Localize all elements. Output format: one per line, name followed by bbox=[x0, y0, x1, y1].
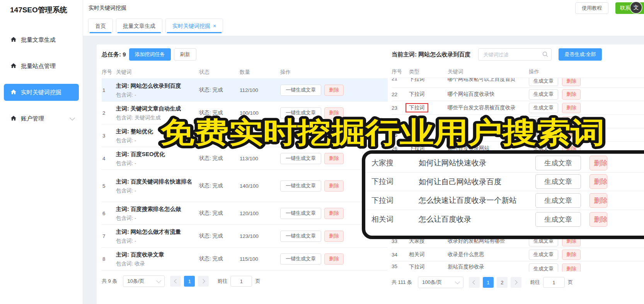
delete-button[interactable]: 删除 bbox=[589, 193, 607, 208]
generate-article-button[interactable]: 生成文章 bbox=[535, 156, 581, 170]
page-unit-label: 页 bbox=[568, 279, 573, 286]
type-label: 下拉词 bbox=[409, 78, 425, 82]
tab-1[interactable]: 批量文章生成 bbox=[116, 19, 162, 33]
prev-page-button[interactable] bbox=[469, 277, 480, 288]
generate-article-button[interactable]: 生成文章 bbox=[529, 250, 558, 260]
delete-button[interactable]: 删除 bbox=[562, 89, 581, 100]
delete-button[interactable]: 删除 bbox=[562, 78, 581, 86]
delete-button[interactable]: 删除 bbox=[589, 156, 607, 170]
delete-button[interactable]: 删除 bbox=[324, 153, 344, 164]
task-row[interactable]: 3主词: 整站优化包含词: -状态: 完成一键生成文章删除 bbox=[102, 124, 388, 147]
generate-article-button[interactable]: 生成文章 bbox=[529, 78, 558, 86]
delete-button[interactable]: 删除 bbox=[589, 174, 607, 189]
row-number: 8 bbox=[102, 256, 116, 262]
magnified-rows-inset: 大家搜如何让网站快速收录生成文章删除下拉词如何让自己网站收录百度生成文章删除下拉… bbox=[362, 150, 644, 239]
close-icon[interactable]: × bbox=[213, 23, 216, 29]
type-label: 下拉词 bbox=[371, 195, 419, 205]
generate-article-button[interactable]: 一键生成文章 bbox=[280, 180, 321, 192]
sidebar-item-3[interactable]: 账户管理 bbox=[4, 110, 79, 127]
keyword-main: 主词: 百度搜索排名怎么做 bbox=[116, 205, 199, 213]
page-size-select[interactable]: 10条/页 bbox=[123, 275, 165, 287]
delete-button[interactable]: 删除 bbox=[562, 130, 581, 140]
generate-article-button[interactable]: 一键生成文章 bbox=[280, 85, 321, 96]
delete-button[interactable]: 删除 bbox=[324, 85, 344, 96]
keyword-cell: 主词: 整站优化包含词: - bbox=[116, 127, 199, 144]
generate-article-button[interactable]: 生成文章 bbox=[529, 103, 558, 113]
generate-article-button[interactable]: 生成文章 bbox=[529, 263, 558, 272]
type-cell: 大家搜 bbox=[409, 131, 448, 138]
sidebar-item-1[interactable]: 批量站点管理 bbox=[4, 58, 79, 75]
prev-page-button[interactable] bbox=[170, 276, 181, 287]
generate-article-button[interactable]: 一键生成文章 bbox=[280, 253, 321, 265]
keyword-filter-input[interactable] bbox=[478, 48, 552, 61]
delete-button[interactable]: 删除 bbox=[324, 107, 344, 119]
delete-button[interactable]: 删除 bbox=[324, 253, 344, 265]
page-size-select[interactable]: 100条/页 bbox=[418, 277, 463, 288]
delete-button[interactable]: 删除 bbox=[562, 250, 581, 260]
generate-article-button[interactable]: 生成文章 bbox=[529, 89, 558, 100]
row-number: 24 bbox=[392, 119, 409, 124]
task-row[interactable]: 4主词: 百度SEO优化包含词: -状态: 完成113/100一键生成文章删除 bbox=[102, 147, 388, 170]
next-page-button[interactable] bbox=[511, 277, 521, 288]
actions-cell: 一键生成文章删除 bbox=[280, 253, 388, 265]
keyword-cell: 主词: 网站怎么做才有流量包含词: - bbox=[116, 228, 199, 245]
generate-article-button[interactable]: 生成文章 bbox=[529, 116, 558, 127]
generate-article-button[interactable]: 一键生成文章 bbox=[280, 231, 321, 242]
tutorial-button[interactable]: 使用教程 bbox=[575, 2, 608, 14]
generate-article-button[interactable]: 生成文章 bbox=[535, 193, 581, 208]
keyword-cell: 主词: 关键词文章自动生成包含词: 关键词生成 bbox=[116, 105, 199, 121]
tab-label: 首页 bbox=[95, 23, 106, 29]
delete-button[interactable]: 删除 bbox=[589, 212, 607, 227]
page-numbers: 12 bbox=[483, 277, 508, 288]
task-table-body: 1主词: 网站怎么收录到百度包含词: -状态: 完成112/100一键生成文章删… bbox=[102, 79, 388, 270]
generate-article-button[interactable]: 一键生成文章 bbox=[280, 130, 321, 141]
task-row[interactable]: 6主词: 百度搜索排名怎么做包含词: -状态: 完成120/100一键生成文章删… bbox=[102, 202, 388, 225]
column-header: 操作 bbox=[280, 69, 388, 76]
task-row[interactable]: 7主词: 网站怎么做才有流量包含词: -状态: 完成123/100一键生成文章删… bbox=[102, 225, 388, 248]
sidebar-item-0[interactable]: 批量文章生成 bbox=[4, 31, 79, 48]
delete-button[interactable]: 删除 bbox=[324, 180, 344, 192]
generate-article-button[interactable]: 一键生成文章 bbox=[280, 208, 321, 219]
refresh-button[interactable]: 刷新 bbox=[174, 48, 196, 61]
delete-button[interactable]: 删除 bbox=[324, 130, 344, 141]
delete-button[interactable]: 删除 bbox=[562, 116, 581, 127]
generate-article-button[interactable]: 生成文章 bbox=[529, 130, 558, 140]
task-row[interactable]: 8主词: 百度收录文章包含词: 收录状态: 完成115/100一键生成文章删除 bbox=[102, 248, 388, 270]
goto-label: 前往 bbox=[217, 278, 227, 285]
generate-article-button[interactable]: 生成文章 bbox=[535, 212, 581, 227]
next-page-button[interactable] bbox=[198, 276, 209, 287]
generate-article-button[interactable]: 生成文章 bbox=[535, 174, 581, 189]
actions-cell: 生成文章删除 bbox=[529, 78, 644, 86]
actions-cell: 生成文章删除 bbox=[529, 103, 644, 113]
type-label: 下拉词 bbox=[371, 177, 419, 187]
delete-button[interactable]: 删除 bbox=[324, 208, 344, 219]
task-row[interactable]: 2主词: 关键词文章自动生成包含词: 关键词生成状态: 完成100/100一键生… bbox=[102, 102, 388, 124]
task-row[interactable]: 1主词: 网站怎么收录到百度包含词: -状态: 完成112/100一键生成文章删… bbox=[102, 79, 388, 102]
task-row[interactable]: 5主词: 百度关键词排名快速排名包含词: -状态: 完成140/100一键生成文… bbox=[102, 170, 388, 202]
goto-page-input[interactable] bbox=[230, 276, 252, 287]
page-number-button[interactable]: 1 bbox=[184, 276, 195, 287]
delete-button[interactable]: 删除 bbox=[562, 103, 581, 113]
row-number: 5 bbox=[102, 183, 116, 189]
goto-page-input[interactable] bbox=[543, 277, 565, 288]
type-label: 相关词 bbox=[409, 251, 425, 257]
translate-icon[interactable]: 文 bbox=[630, 2, 642, 13]
actions-cell: 生成文章删除 bbox=[529, 130, 644, 140]
generate-article-button[interactable]: 一键生成文章 bbox=[280, 107, 321, 119]
tab-2[interactable]: 实时关键词挖掘× bbox=[165, 19, 223, 33]
keyword-row: 22下拉词哪个网站百度收录快生成文章删除 bbox=[392, 88, 644, 101]
tab-0[interactable]: 首页 bbox=[88, 19, 113, 33]
page-number-button[interactable]: 2 bbox=[497, 277, 508, 288]
generate-article-button[interactable]: 一键生成文章 bbox=[280, 153, 321, 164]
delete-button[interactable]: 删除 bbox=[562, 263, 581, 272]
keyword-include: 包含词: - bbox=[116, 187, 199, 194]
generate-all-button[interactable]: 是否生成:全部 bbox=[559, 48, 602, 61]
keyword-row: 24下拉词生成文章删除 bbox=[392, 115, 644, 128]
page-number-button[interactable]: 1 bbox=[483, 277, 494, 288]
sidebar-item-2[interactable]: 实时关键词挖掘 bbox=[4, 84, 79, 101]
row-number: 25 bbox=[392, 132, 409, 138]
keyword-cell: 如何让网站快速收录 bbox=[419, 158, 535, 168]
add-task-button[interactable]: 添加挖词任务 bbox=[129, 48, 171, 61]
delete-button[interactable]: 删除 bbox=[324, 231, 344, 242]
keyword-table-header: 序号类型关键词操作 bbox=[392, 66, 644, 78]
